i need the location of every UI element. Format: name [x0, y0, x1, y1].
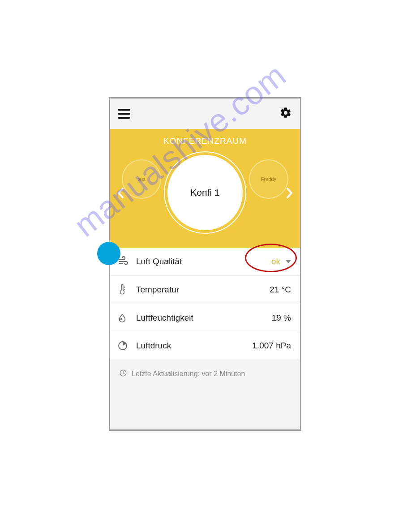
humidity-row: Luftfeuchtigkeit 19 % [110, 304, 300, 332]
prev-room-label: test [137, 176, 146, 182]
menu-icon[interactable] [118, 109, 130, 119]
current-room-bubble[interactable]: Konfi 1 [167, 155, 243, 230]
humidity-value: 19 % [272, 313, 291, 323]
temperature-row: Temperatur 21 °C [110, 276, 300, 304]
temperature-label: Temperatur [133, 285, 270, 295]
temperature-value: 21 °C [270, 285, 291, 295]
thermometer-icon [117, 284, 133, 296]
settings-icon[interactable] [279, 107, 292, 121]
last-update-footer: Letzte Aktualisierung: vor 2 Minuten [110, 359, 300, 389]
humidity-label: Luftfeuchtigkeit [133, 313, 272, 323]
next-room-label: Freddy [261, 176, 276, 182]
top-bar [110, 99, 300, 129]
last-update-text: Letzte Aktualisierung: vor 2 Minuten [132, 370, 245, 378]
gauge-icon [117, 340, 133, 351]
current-room-label: Konfi 1 [190, 187, 219, 198]
clock-icon [119, 369, 127, 379]
droplet-icon [117, 312, 133, 324]
air-quality-label: Luft Qualität [133, 257, 271, 266]
next-room-chevron-icon[interactable] [286, 187, 293, 202]
pressure-label: Luftdruck [133, 341, 252, 351]
next-room-bubble[interactable]: Freddy [249, 159, 288, 199]
app-screen: KONFERENZRAUM test Konfi 1 Freddy [109, 97, 301, 431]
prev-room-chevron-icon[interactable] [117, 187, 124, 202]
air-quality-row[interactable]: Luft Qualität ok [110, 248, 300, 276]
caret-down-icon [286, 260, 291, 263]
room-carousel: test Konfi 1 Freddy [110, 150, 300, 240]
room-category-title: KONFERENZRAUM [110, 129, 300, 146]
room-hero: KONFERENZRAUM test Konfi 1 Freddy [110, 129, 300, 248]
pressure-row: Luftdruck 1.007 hPa [110, 332, 300, 359]
pressure-value: 1.007 hPa [252, 341, 291, 351]
current-room-ring: Konfi 1 [164, 151, 246, 234]
metrics-list: Luft Qualität ok Temperatur 21 °C Luftfe… [110, 248, 300, 359]
svg-point-3 [121, 318, 122, 320]
annotation-blue-dot [97, 242, 120, 265]
prev-room-bubble[interactable]: test [122, 159, 161, 199]
air-quality-value: ok [271, 257, 280, 266]
air-quality-value-wrap[interactable]: ok [271, 257, 291, 266]
